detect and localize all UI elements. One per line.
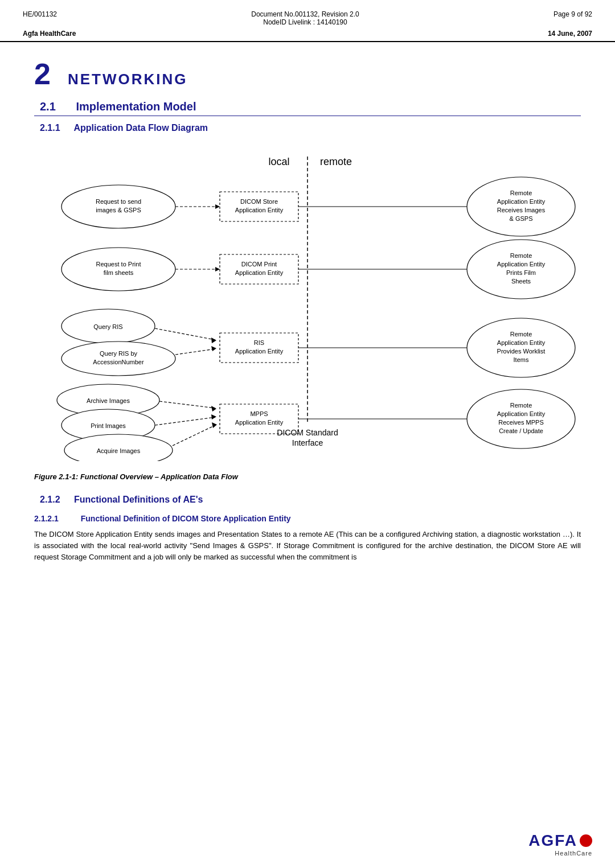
- svg-text:Application Entity: Application Entity: [497, 261, 546, 268]
- svg-line-38: [175, 349, 215, 355]
- agfa-logo: AGFA HealthCare: [528, 832, 592, 857]
- svg-text:DICOM Print: DICOM Print: [241, 261, 277, 268]
- section-2-1-2-number: 2.1.2: [40, 495, 60, 504]
- section-2-1-2-1-title: Functional Definition of DICOM Store App…: [81, 514, 291, 523]
- svg-text:Provides Worklist: Provides Worklist: [497, 348, 546, 355]
- svg-text:Application Entity: Application Entity: [235, 207, 284, 213]
- svg-marker-39: [211, 346, 216, 351]
- svg-text:Create / Update: Create / Update: [499, 427, 543, 434]
- chapter-number: 2: [34, 59, 51, 89]
- svg-text:Remote: Remote: [510, 252, 532, 259]
- page-info: Page 9 of 92: [554, 10, 592, 18]
- svg-marker-59: [211, 414, 216, 419]
- section-2-1-1: 2.1.1 Application Data Flow Diagram: [34, 123, 581, 133]
- body-text-1: The DICOM Store Application Entity sends…: [34, 529, 581, 563]
- diagram-container: local remote Request to send images & GS…: [34, 142, 581, 461]
- svg-text:images & GSPS: images & GSPS: [96, 207, 141, 213]
- svg-text:Receives MPPS: Receives MPPS: [498, 419, 543, 426]
- chapter-title: NETWORKING: [68, 71, 188, 88]
- svg-text:Request to Print: Request to Print: [96, 261, 141, 268]
- flow-diagram: local remote Request to send images & GS…: [34, 142, 581, 461]
- agfa-logo-sub: HealthCare: [555, 850, 592, 857]
- svg-line-58: [155, 417, 215, 425]
- svg-marker-37: [211, 338, 216, 343]
- svg-text:RIS: RIS: [254, 339, 264, 346]
- label-local: local: [268, 156, 289, 167]
- svg-text:Remote: Remote: [510, 331, 532, 338]
- section-2-1-1-title: Application Data Flow Diagram: [73, 123, 208, 133]
- section-2-1: 2.1 Implementation Model: [34, 100, 581, 116]
- main-content: 2 NETWORKING 2.1 Implementation Model 2.…: [0, 42, 615, 591]
- svg-text:MPPS: MPPS: [250, 410, 268, 417]
- svg-text:DICOM Store: DICOM Store: [240, 198, 278, 205]
- svg-marker-5: [215, 204, 220, 209]
- svg-text:& GSPS: & GSPS: [510, 215, 533, 222]
- section-2-1-number: 2.1: [40, 100, 56, 113]
- svg-line-56: [159, 401, 215, 408]
- svg-text:Query RIS by: Query RIS by: [100, 350, 138, 357]
- svg-text:Prints Film: Prints Film: [506, 269, 536, 276]
- svg-marker-57: [211, 406, 216, 412]
- svg-text:Application Entity: Application Entity: [235, 348, 284, 355]
- svg-line-36: [155, 328, 215, 340]
- svg-text:Remote: Remote: [510, 402, 532, 409]
- svg-text:Request to send: Request to send: [96, 198, 141, 205]
- svg-text:film sheets: film sheets: [104, 269, 134, 276]
- svg-line-60: [173, 425, 215, 446]
- figure-caption: Figure 2.1-1: Functional Overview – Appl…: [34, 472, 581, 481]
- svg-text:Interface: Interface: [292, 438, 323, 447]
- svg-text:Application Entity: Application Entity: [497, 410, 546, 417]
- svg-text:Sheets: Sheets: [511, 278, 531, 285]
- svg-text:Items: Items: [514, 356, 529, 363]
- svg-text:Application Entity: Application Entity: [497, 339, 546, 346]
- svg-text:Print Images: Print Images: [91, 422, 126, 429]
- label-remote: remote: [320, 156, 352, 167]
- agfa-badge: AGFA: [528, 832, 592, 850]
- svg-text:Receives Images: Receives Images: [497, 207, 546, 213]
- section-2-1-2: 2.1.2 Functional Definitions of AE's: [34, 495, 581, 505]
- page-header: HE/001132 Document No.001132, Revision 2…: [0, 0, 615, 42]
- section-2-1-title: Implementation Model: [76, 100, 196, 113]
- svg-marker-20: [215, 267, 220, 271]
- page-footer: AGFA HealthCare: [528, 832, 592, 857]
- svg-text:Application Entity: Application Entity: [497, 198, 546, 205]
- agfa-logo-text: AGFA: [528, 832, 577, 850]
- doc-center-line1: Document No.001132, Revision 2.0: [68, 10, 542, 18]
- svg-text:Query RIS: Query RIS: [93, 323, 122, 330]
- svg-text:DICOM Standard: DICOM Standard: [277, 428, 338, 437]
- section-2-1-2-1: 2.1.2.1 Functional Definition of DICOM S…: [34, 514, 581, 523]
- svg-text:AccessionNumber: AccessionNumber: [93, 359, 144, 365]
- section-2-1-2-title: Functional Definitions of AE's: [74, 495, 203, 504]
- section-2-1-2-1-number: 2.1.2.1: [34, 514, 59, 523]
- svg-marker-61: [212, 422, 217, 428]
- section-2-1-1-number: 2.1.1: [40, 123, 60, 133]
- svg-text:Remote: Remote: [510, 190, 532, 196]
- doc-number: HE/001132: [23, 10, 57, 18]
- svg-text:Acquire Images: Acquire Images: [97, 447, 141, 454]
- doc-center-line2: NodeID Livelink : 14140190: [68, 18, 542, 26]
- svg-text:Application Entity: Application Entity: [235, 269, 284, 276]
- svg-text:Application Entity: Application Entity: [235, 419, 284, 426]
- chapter-heading: 2 NETWORKING: [34, 59, 581, 89]
- doc-date: 14 June, 2007: [548, 30, 592, 38]
- doc-info: Document No.001132, Revision 2.0 NodeID …: [57, 10, 554, 26]
- company-name: Agfa HealthCare: [23, 30, 76, 38]
- svg-text:Archive Images: Archive Images: [87, 397, 130, 404]
- agfa-red-circle: [580, 834, 592, 847]
